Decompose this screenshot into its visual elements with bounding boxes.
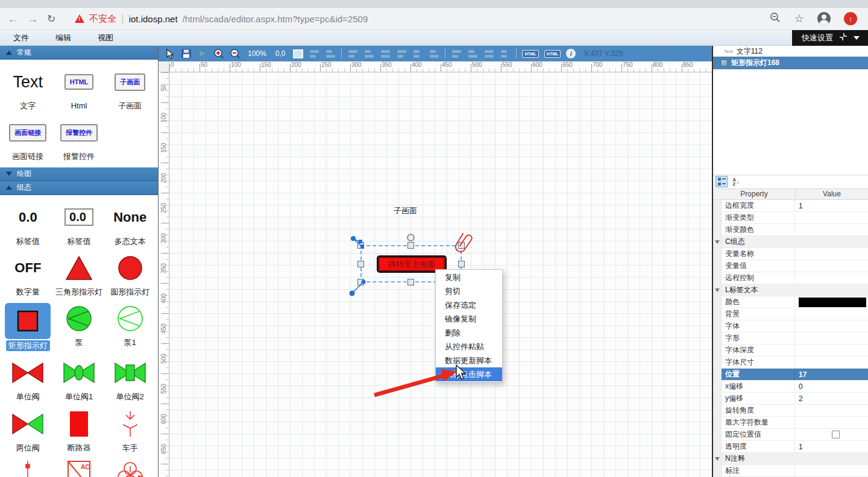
forward-icon[interactable]: → [27, 13, 39, 25]
security-warning-icon[interactable] [75, 14, 84, 23]
rotate-handle[interactable] [407, 234, 415, 242]
property-value[interactable] [795, 429, 868, 440]
property-row[interactable]: 边框宽度 1 [713, 200, 868, 212]
property-value[interactable]: 17 [795, 369, 868, 380]
property-row[interactable]: 最大字符数量 [713, 417, 868, 429]
zoom-in-icon[interactable] [213, 48, 224, 59]
palette-item-tag-value-boxed[interactable]: 0.0 标签值 [54, 200, 105, 248]
property-row[interactable]: 旋转角度 [713, 405, 868, 417]
property-row[interactable]: 变量名称 [713, 248, 868, 260]
save-icon[interactable] [181, 48, 192, 59]
property-row[interactable]: 远程控制 [713, 272, 868, 284]
align-bottom-icon[interactable] [429, 48, 439, 59]
context-menu-item[interactable]: 从控件粘贴 [436, 340, 502, 354]
palette-section-drawing[interactable]: 绘图 [0, 167, 158, 181]
canvas-settings-icon[interactable] [292, 48, 303, 59]
property-value[interactable] [795, 224, 868, 235]
property-row[interactable]: 字形 [713, 332, 868, 344]
run-icon[interactable] [197, 48, 208, 59]
property-value[interactable] [795, 320, 868, 332]
sort-alphabetical-icon[interactable]: AZ↓ [730, 176, 742, 187]
context-menu-item[interactable]: 剪切 [436, 284, 502, 298]
back-icon[interactable]: ← [7, 13, 19, 25]
property-row[interactable]: 背景 [713, 308, 868, 320]
resize-handle-s[interactable] [407, 279, 414, 285]
property-row[interactable]: 位置 17 [713, 369, 868, 381]
align-middle-icon[interactable] [412, 48, 423, 59]
property-value[interactable] [795, 260, 868, 272]
property-value[interactable] [795, 272, 868, 284]
property-row[interactable]: 变量值 [713, 260, 868, 272]
property-row[interactable]: 渐变类型 [713, 212, 868, 224]
property-value[interactable]: 1 [795, 441, 868, 452]
preview-html-icon[interactable]: HTML [544, 50, 561, 58]
property-value[interactable]: 1 [795, 200, 868, 211]
property-row[interactable]: L标签文本 [713, 284, 868, 296]
quick-settings-caret-icon[interactable] [854, 36, 860, 40]
palette-item-alarm[interactable]: 报警控件 报警控件 [54, 115, 105, 163]
property-value[interactable] [795, 417, 868, 428]
info-icon[interactable]: i [566, 49, 576, 58]
menu-item[interactable]: 视图 [84, 33, 127, 43]
zoom-out-page-icon[interactable] [769, 11, 781, 26]
resize-handle-n[interactable] [407, 242, 414, 249]
property-row[interactable]: 标注 [713, 465, 868, 477]
bookmark-star-icon[interactable]: ☆ [794, 12, 804, 25]
profile-avatar-icon[interactable] [817, 12, 831, 25]
palette-item-knife-switch[interactable]: 刀闸 [2, 457, 54, 477]
same-size-icon[interactable] [483, 48, 494, 59]
object-item-text[interactable]: Text 文字112 [713, 46, 868, 57]
palette-item-breaker[interactable]: 断路器 [54, 407, 105, 455]
subscreen-text[interactable]: 子画面 [394, 205, 417, 216]
property-row[interactable]: N注释 [713, 453, 868, 465]
align-top-icon[interactable] [396, 48, 407, 59]
context-menu-item[interactable]: 删除 [436, 326, 502, 340]
palette-item-pump[interactable]: 泵 [54, 301, 105, 353]
property-row[interactable]: y偏移 2 [713, 393, 868, 405]
resize-handle-sw[interactable] [357, 279, 364, 285]
context-menu-item[interactable]: 保存选定 [436, 298, 502, 312]
palette-section-general[interactable]: 常规 [0, 46, 158, 60]
color-swatch[interactable] [799, 298, 866, 307]
property-value[interactable] [795, 405, 868, 416]
property-row[interactable]: 字体深度 [713, 344, 868, 357]
palette-item-tag-value[interactable]: 0.0 标签值 [2, 200, 54, 248]
palette-item-multistate-text[interactable]: None 多态文本 [104, 200, 156, 248]
property-value[interactable]: 0 [795, 381, 868, 392]
property-row[interactable]: 渐变颜色 [713, 224, 868, 236]
zoom-out-icon[interactable] [230, 48, 241, 59]
property-row[interactable]: 字体 [713, 320, 868, 332]
context-menu-item[interactable]: 复制 [436, 270, 502, 284]
property-value[interactable] [795, 453, 868, 464]
menu-item[interactable]: 文件 [0, 33, 42, 43]
compress-panel-icon[interactable] [839, 33, 848, 43]
property-value[interactable] [795, 248, 868, 260]
lock-icon[interactable] [500, 48, 511, 59]
property-value[interactable] [795, 332, 868, 344]
group-icon[interactable] [309, 48, 319, 59]
context-menu-item[interactable]: 镜像复制 [436, 312, 502, 326]
url-path[interactable]: /html/scada/editor.aspx.htm?type=pc&id=2… [183, 14, 368, 24]
property-value[interactable]: 2 [795, 393, 868, 404]
property-column-header[interactable]: Property [713, 189, 796, 199]
categorized-view-icon[interactable] [715, 176, 728, 187]
quick-settings-bar[interactable]: 快速设置 [792, 30, 868, 46]
url-domain[interactable]: iot.idosp.net [129, 14, 178, 24]
palette-item-valve2[interactable]: 单位阀2 [104, 355, 156, 404]
cursor-tool-icon[interactable] [165, 48, 175, 59]
design-canvas[interactable]: 子画面 跳转至主画面 [169, 72, 712, 477]
context-menu-item[interactable]: 数据更新脚本 [436, 354, 502, 367]
resize-handle-e[interactable] [458, 261, 465, 267]
object-item-rect-light[interactable]: 矩形指示灯168 [713, 57, 868, 69]
palette-item-rect-light[interactable]: 矩形指示灯 [2, 301, 54, 353]
property-value[interactable] [795, 296, 868, 308]
align-center-icon[interactable] [363, 48, 374, 59]
property-row[interactable]: C组态 [713, 236, 868, 248]
align-left-icon[interactable] [347, 48, 358, 59]
property-value[interactable] [795, 465, 868, 476]
property-row[interactable]: 固定位置值 [713, 429, 868, 441]
palette-item-inverter[interactable]: ACDC 逆变器 [54, 457, 105, 477]
ungroup-icon[interactable] [325, 48, 336, 59]
same-width-icon[interactable] [451, 48, 462, 59]
property-value[interactable] [795, 284, 868, 296]
